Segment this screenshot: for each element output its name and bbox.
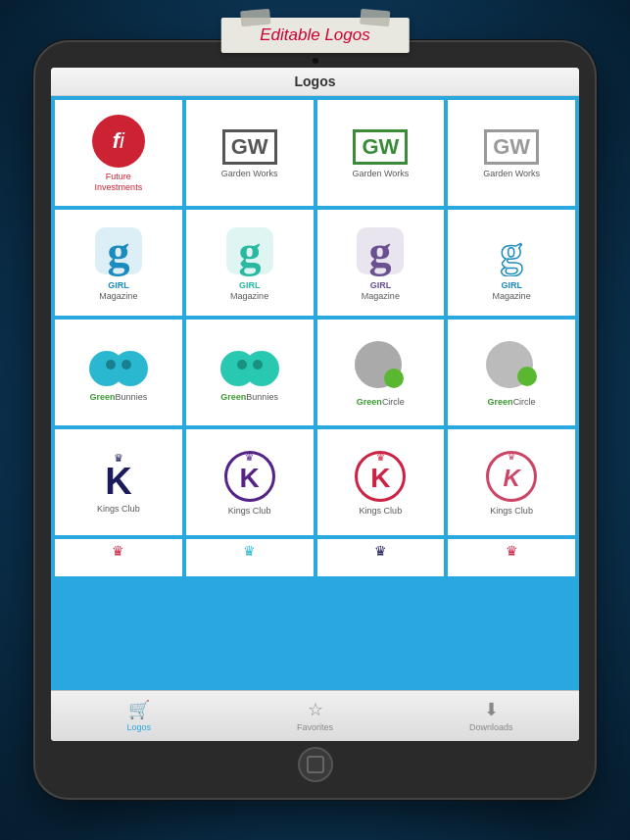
svg-point-9 [106,360,116,370]
logo-cell-kings-3[interactable]: ♛ K Kings Club [317,429,445,535]
svg-point-10 [121,360,131,370]
gw-box-3: GW [484,129,539,165]
screen-title: Logos [295,74,336,89]
logo-label-fi: FutureInvestments [95,172,143,193]
logo-cell-greencircle-2[interactable]: GreenCircle [448,320,575,425]
logo-label-girl-4: GIRLMagazine [493,280,531,302]
ipad-frame: Logos f i FutureInvestments [33,40,597,800]
svg-point-18 [517,367,537,386]
ipad-camera [313,58,318,64]
banner-text: Editable Logos [260,25,369,44]
svg-text:g: g [501,226,523,276]
logo-label-gw-2: Garden Works [352,169,409,179]
kings-logo-1: ♛ K [105,452,131,500]
svg-point-8 [113,351,148,386]
logo-label-gw-1: Garden Works [221,169,278,179]
gw-text-3: GW [493,134,530,160]
girl-logo-svg-2: g [224,225,275,276]
logo-label-kings-3: Kings Club [360,506,403,517]
ipad-screen: Logos f i FutureInvestments [51,68,579,741]
logo-label-kings-2: Kings Club [228,506,271,517]
logo-partial-row: ♛ ♛ ♛ ♛ [55,539,575,576]
svg-text:g: g [107,226,129,276]
logo-grid-area: f i FutureInvestments GW Garden Works [51,96,579,690]
kings-logo-4: ♛ K [486,451,537,502]
fi-logo: f i [92,115,145,168]
svg-point-14 [253,360,263,370]
tab-downloads-label: Downloads [469,722,513,732]
downloads-icon: ⬇ [484,699,499,720]
logo-row-2: g GIRLMagazine g GIRLMagazine g [55,210,575,316]
logo-cell-girl-1[interactable]: g GIRLMagazine [55,210,182,316]
svg-point-12 [244,351,279,386]
kings-k-1: K [105,463,131,500]
editable-logos-banner: Editable Logos [220,18,409,53]
bunnies-svg-1 [85,345,152,388]
logo-row-3: GreenBunnies GreenBunnies [55,320,575,425]
partial-crown-3: ♛ [374,543,387,559]
fi-letter-f: f [113,128,120,154]
logo-label-gc-1: GreenCircle [357,397,405,408]
kings-k-2: K [240,463,260,494]
logo-cell-kings-1[interactable]: ♛ K Kings Club [55,429,182,535]
kings-logo-3: ♛ K [355,451,406,502]
logo-label-girl-3: GIRLMagazine [362,280,400,302]
crown-icon-2: ♛ [245,452,254,463]
logos-icon: 🛒 [128,699,150,720]
bunnies-svg-2 [217,345,283,388]
greencircle-svg-2 [482,339,541,393]
partial-crown-2: ♛ [243,543,256,559]
logo-label-gc-2: GreenCircle [488,397,536,408]
partial-crown-1: ♛ [112,543,124,559]
partial-cell-2[interactable]: ♛ [186,539,314,576]
tab-logos-label: Logos [127,722,152,732]
screen-header: Logos [51,68,579,96]
logo-cell-girl-3[interactable]: g GIRLMagazine [317,210,445,316]
logo-cell-greencircle-1[interactable]: GreenCircle [317,320,445,425]
gw-text-2: GW [362,134,399,160]
logo-cell-bunnies-1[interactable]: GreenBunnies [55,320,182,425]
logo-cell-gw-2[interactable]: GW Garden Works [317,100,445,206]
partial-cell-3[interactable]: ♛ [317,539,445,576]
logo-cell-kings-4[interactable]: ♛ K Kings Club [448,429,575,535]
girl-logo-svg-1: g [93,225,144,276]
logo-label-girl-2: GIRLMagazine [230,280,268,302]
svg-text:g: g [369,226,392,276]
logo-label-gw-3: Garden Works [483,169,540,179]
gw-box-2: GW [353,129,408,165]
logo-cell-kings-2[interactable]: ♛ K Kings Club [186,429,314,535]
logo-cell-girl-4[interactable]: g GIRLMagazine [448,210,575,316]
fi-letter-i: i [120,128,124,154]
crown-icon-4: ♛ [508,452,515,462]
partial-cell-4[interactable]: ♛ [448,539,575,576]
logo-cell-future-investments[interactable]: f i FutureInvestments [55,100,182,206]
girl-logo-svg-4: g [486,225,537,276]
kings-k-4: K [503,465,519,492]
favorites-icon: ☆ [308,699,323,720]
crown-icon-3: ♛ [376,452,385,463]
greencircle-svg-1 [351,339,410,393]
logo-cell-girl-2[interactable]: g GIRLMagazine [186,210,314,316]
logo-label-bunnies-1: GreenBunnies [90,392,148,403]
logo-label-kings-1: Kings Club [97,504,140,515]
gw-text-1: GW [231,134,268,160]
logo-label-girl-1: GIRLMagazine [99,280,137,302]
tab-bar: 🛒 Logos ☆ Favorites ⬇ Downloads [51,690,579,741]
kings-k-3: K [370,463,390,494]
kings-circle-3: ♛ K [355,451,406,502]
tab-logos[interactable]: 🛒 Logos [51,699,227,732]
tab-favorites[interactable]: ☆ Favorites [227,699,404,732]
partial-cell-1[interactable]: ♛ [55,539,182,576]
svg-point-16 [384,369,404,388]
logo-cell-gw-1[interactable]: GW Garden Works [186,100,314,206]
home-button[interactable] [298,747,333,782]
kings-circle-2: ♛ K [224,451,275,502]
logo-cell-gw-3[interactable]: GW Garden Works [448,100,575,206]
girl-logo-svg-3: g [355,225,406,276]
logo-cell-bunnies-2[interactable]: GreenBunnies [186,320,314,425]
logo-row-4: ♛ K Kings Club ♛ K Kings Club [55,429,575,535]
kings-logo-2: ♛ K [224,451,275,502]
kings-circle-4: ♛ K [486,451,537,502]
logo-row-1: f i FutureInvestments GW Garden Works [55,100,575,206]
tab-downloads[interactable]: ⬇ Downloads [403,699,579,732]
